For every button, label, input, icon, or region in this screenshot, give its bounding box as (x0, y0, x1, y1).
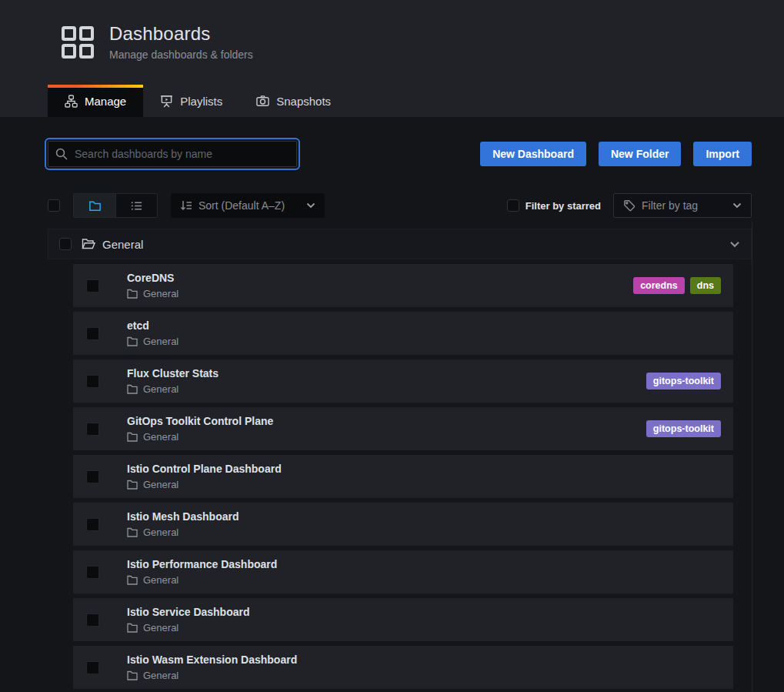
main-content: New Dashboard New Folder Import (0, 117, 784, 692)
page-title: Dashboards (109, 23, 253, 45)
dashboard-folder: General (127, 574, 277, 586)
new-folder-button[interactable]: New Folder (599, 142, 681, 166)
dashboard-folder-label: General (143, 288, 178, 299)
dashboard-row[interactable]: Istio Service Dashboard General (73, 598, 733, 641)
dashboard-title[interactable]: GitOps Toolkit Control Plane (127, 415, 273, 428)
row-checkbox[interactable] (86, 566, 99, 579)
tag-badge[interactable]: gitops-toolkit (646, 373, 721, 389)
filter-starred[interactable]: Filter by starred (507, 199, 601, 212)
dashboard-title[interactable]: Istio Wasm Extension Dashboard (127, 654, 297, 667)
row-checkbox[interactable] (86, 470, 99, 483)
tag-badge[interactable]: coredns (633, 277, 685, 294)
tag-badge[interactable]: gitops-toolkit (646, 420, 721, 437)
dashboard-list-section: General CoreDNS General corednsdns etcd (48, 229, 752, 692)
dashboard-row[interactable]: GitOps Toolkit Control Plane General git… (73, 407, 733, 450)
row-checkbox[interactable] (86, 613, 99, 627)
dashboard-folder: General (127, 336, 178, 347)
folder-icon (127, 384, 138, 394)
scrollbar-track[interactable] (752, 222, 752, 692)
sort-icon (180, 199, 192, 212)
dashboard-title[interactable]: Istio Performance Dashboard (127, 558, 277, 571)
tab-snapshots[interactable]: Snapshots (239, 85, 348, 117)
dashboard-folder: General (127, 622, 250, 633)
import-button[interactable]: Import (693, 142, 752, 166)
list-toolbar: Sort (Default A–Z) Filter by starred Fil… (48, 193, 752, 218)
dashboard-row[interactable]: etcd General (73, 312, 733, 355)
tab-label: Manage (85, 95, 126, 108)
new-dashboard-button[interactable]: New Dashboard (480, 142, 586, 166)
tag-badge[interactable]: dns (690, 277, 721, 294)
folder-icon (127, 575, 138, 585)
dashboard-folder-label: General (143, 622, 178, 633)
tag-icon (623, 199, 636, 212)
folder-header-general[interactable]: General (48, 229, 752, 259)
folder-icon (127, 432, 138, 442)
tag-list: gitops-toolkit (646, 373, 721, 389)
tag-list: corednsdns (633, 277, 721, 294)
sort-value: Sort (Default A–Z) (199, 199, 285, 212)
dashboard-folder: General (127, 527, 239, 538)
row-checkbox[interactable] (86, 279, 99, 293)
page-header: Dashboards Manage dashboards & folders M… (0, 0, 784, 117)
folder-icon (127, 670, 138, 680)
dashboard-folder: General (127, 383, 219, 395)
dashboard-folder: General (127, 670, 297, 681)
chevron-down-icon[interactable] (729, 241, 740, 248)
row-checkbox[interactable] (86, 518, 99, 531)
chevron-down-icon (732, 202, 742, 209)
dashboard-title[interactable]: Istio Service Dashboard (127, 606, 250, 619)
dashboard-row[interactable]: Flux Cluster Stats General gitops-toolki… (73, 359, 733, 403)
starred-checkbox[interactable] (507, 199, 519, 212)
list-view-icon (130, 199, 143, 212)
dashboard-title[interactable]: CoreDNS (127, 272, 178, 285)
chevron-down-icon (306, 202, 315, 209)
folder-name: General (102, 238, 143, 251)
dashboard-folder-label: General (143, 336, 178, 347)
view-toggle (73, 193, 158, 218)
presentation-icon (160, 95, 173, 108)
dashboard-title[interactable]: etcd (127, 319, 178, 333)
tab-label: Playlists (180, 95, 222, 108)
dashboard-folder: General (127, 479, 282, 490)
row-checkbox[interactable] (86, 375, 99, 388)
row-checkbox[interactable] (86, 661, 99, 674)
folder-icon (127, 289, 138, 299)
folder-view-button[interactable] (74, 194, 115, 217)
row-checkbox[interactable] (86, 327, 99, 340)
dashboard-folder-label: General (143, 574, 178, 586)
tag-filter-select[interactable]: Filter by tag (613, 193, 752, 218)
select-all-checkbox[interactable] (48, 199, 60, 212)
folder-icon (127, 623, 138, 633)
row-checkbox[interactable] (86, 423, 99, 436)
dashboard-folder-label: General (143, 383, 178, 395)
dashboard-folder-label: General (143, 527, 178, 538)
list-view-button[interactable] (115, 194, 157, 217)
page-subtitle: Manage dashboards & folders (109, 48, 253, 61)
dashboard-folder-label: General (143, 670, 178, 681)
dashboard-list: CoreDNS General corednsdns etcd General … (73, 264, 733, 692)
dashboard-folder: General (127, 431, 273, 443)
dashboard-folder: General (127, 288, 178, 299)
dashboard-title[interactable]: Flux Cluster Stats (127, 367, 219, 380)
folder-checkbox[interactable] (59, 238, 72, 250)
search-input[interactable] (48, 141, 297, 167)
dashboards-grid-icon (60, 25, 95, 60)
tab-label: Snapshots (276, 95, 331, 108)
tab-playlists[interactable]: Playlists (143, 85, 239, 117)
dashboard-title[interactable]: Istio Control Plane Dashboard (127, 463, 282, 476)
tab-manage[interactable]: Manage (48, 85, 143, 117)
dashboard-row[interactable]: Istio Performance Dashboard General (73, 550, 733, 593)
folder-view-icon (88, 199, 102, 212)
dashboard-folder-label: General (143, 431, 178, 443)
sitemap-icon (65, 95, 78, 108)
dashboard-title[interactable]: Istio Mesh Dashboard (127, 510, 239, 523)
dashboard-row[interactable]: CoreDNS General corednsdns (73, 264, 733, 307)
sort-select[interactable]: Sort (Default A–Z) (171, 193, 325, 218)
folder-open-icon (82, 238, 95, 250)
dashboard-folder-label: General (143, 479, 178, 490)
camera-icon (256, 95, 269, 108)
dashboard-row[interactable]: Istio Wasm Extension Dashboard General (73, 646, 733, 689)
dashboard-row[interactable]: Istio Mesh Dashboard General (73, 503, 733, 546)
tag-list: gitops-toolkit (646, 420, 721, 437)
dashboard-row[interactable]: Istio Control Plane Dashboard General (73, 455, 733, 498)
